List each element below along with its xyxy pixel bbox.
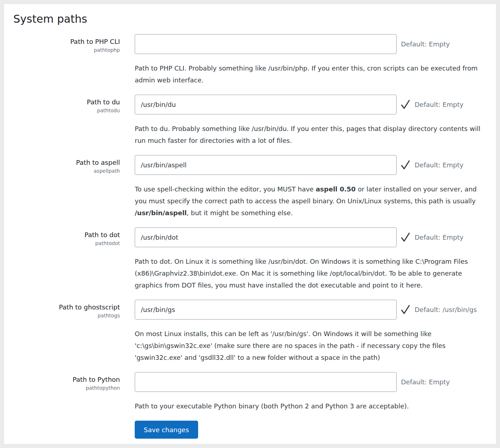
default-value-label: Default: Empty xyxy=(415,101,464,108)
setting-path-input[interactable] xyxy=(135,372,397,392)
default-match-check-icon xyxy=(401,159,410,171)
setting-content-column: Default: Empty To use spell-checking wit… xyxy=(135,155,490,219)
setting-shortname: pathtodu xyxy=(13,107,120,114)
setting-label[interactable]: Path to aspell xyxy=(13,158,120,167)
setting-description: Path to your executable Python binary (b… xyxy=(135,400,490,412)
default-match-check-icon xyxy=(401,232,410,243)
setting-label[interactable]: Path to ghostscript xyxy=(13,303,120,312)
default-match-check-icon xyxy=(401,99,410,110)
setting-content-column: Default: Empty Path to dot. On Linux it … xyxy=(135,227,490,291)
save-row-spacer xyxy=(13,421,120,439)
setting-content-column: Default: Empty Path to PHP CLI. Probably… xyxy=(135,34,490,86)
setting-label-column: Path to du pathtodu xyxy=(13,95,120,146)
default-match-check-icon xyxy=(401,304,410,316)
setting-label-column: Path to dot pathtodot xyxy=(13,227,120,291)
setting-row: Path to ghostscript pathtogs Default: /u… xyxy=(13,300,490,363)
setting-shortname: pathtophp xyxy=(13,47,120,54)
setting-label[interactable]: Path to Python xyxy=(13,375,120,384)
setting-shortname: aspellpath xyxy=(13,168,120,175)
setting-description: Path to du. Probably something like /usr… xyxy=(135,123,490,146)
setting-path-input[interactable] xyxy=(135,155,397,175)
setting-label-column: Path to PHP CLI pathtophp xyxy=(13,34,120,86)
default-value-label: Default: Empty xyxy=(401,40,450,48)
setting-path-input[interactable] xyxy=(135,227,397,247)
setting-shortname: pathtodot xyxy=(13,240,120,247)
default-value-label: Default: Empty xyxy=(415,234,464,241)
save-changes-button[interactable]: Save changes xyxy=(135,421,198,439)
setting-description: On most Linux installs, this can be left… xyxy=(135,328,490,363)
setting-label-column: Path to ghostscript pathtogs xyxy=(13,300,120,363)
setting-label[interactable]: Path to du xyxy=(13,98,120,107)
system-paths-panel: System paths Path to PHP CLI pathtophp D… xyxy=(4,4,496,444)
setting-row: Path to dot pathtodot Default: Empty Pat… xyxy=(13,227,490,291)
setting-description: To use spell-checking within the editor,… xyxy=(135,183,490,219)
setting-content-column: Default: Empty Path to du. Probably some… xyxy=(135,95,490,146)
setting-row: Path to PHP CLI pathtophp Default: Empty… xyxy=(13,34,490,86)
setting-content-column: Default: /usr/bin/gs On most Linux insta… xyxy=(135,300,490,363)
default-value-label: Default: /usr/bin/gs xyxy=(415,306,477,313)
page-title: System paths xyxy=(13,13,490,26)
setting-description: Path to dot. On Linux it is something li… xyxy=(135,255,490,291)
setting-row: Path to Python pathtopython Default: Emp… xyxy=(13,372,490,412)
setting-label-column: Path to Python pathtopython xyxy=(13,372,120,412)
save-row: Save changes xyxy=(13,421,490,439)
setting-shortname: pathtopython xyxy=(13,385,120,392)
default-value-label: Default: Empty xyxy=(401,378,450,386)
settings-rows: Path to PHP CLI pathtophp Default: Empty… xyxy=(13,34,490,412)
setting-label[interactable]: Path to dot xyxy=(13,230,120,239)
setting-content-column: Default: Empty Path to your executable P… xyxy=(135,372,490,412)
default-value-label: Default: Empty xyxy=(415,161,464,169)
setting-label[interactable]: Path to PHP CLI xyxy=(13,37,120,46)
setting-label-column: Path to aspell aspellpath xyxy=(13,155,120,219)
setting-shortname: pathtogs xyxy=(13,312,120,319)
setting-row: Path to du pathtodu Default: Empty Path … xyxy=(13,95,490,146)
setting-path-input[interactable] xyxy=(135,34,397,54)
setting-description: Path to PHP CLI. Probably something like… xyxy=(135,62,490,86)
setting-row: Path to aspell aspellpath Default: Empty… xyxy=(13,155,490,219)
setting-path-input[interactable] xyxy=(135,300,397,320)
setting-path-input[interactable] xyxy=(135,95,397,114)
